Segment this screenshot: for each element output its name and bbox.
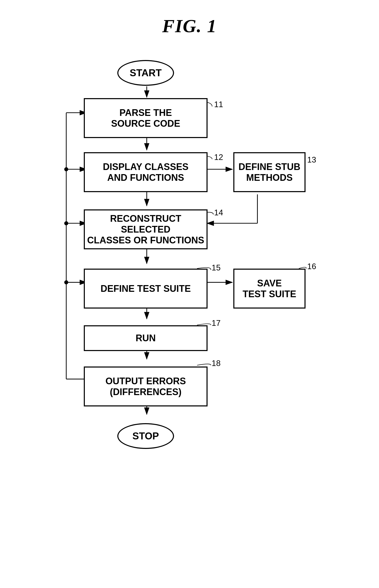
svg-text:16: 16 — [307, 262, 316, 271]
node-13: DEFINE STUB METHODS — [233, 152, 306, 192]
svg-text:17: 17 — [212, 319, 221, 328]
svg-point-16 — [64, 221, 68, 225]
node-14: RECONSTRUCT SELECTED CLASSES OR FUNCTION… — [84, 209, 208, 249]
svg-point-15 — [64, 167, 68, 171]
node-12: DISPLAY CLASSES AND FUNCTIONS — [84, 152, 208, 192]
svg-point-17 — [64, 280, 68, 284]
flowchart: 11 12 13 14 15 16 17 18 START PARSE THE … — [48, 57, 331, 573]
start-node: START — [117, 60, 174, 86]
node-11: PARSE THE SOURCE CODE — [84, 98, 208, 138]
figure-title: FIG. 1 — [162, 15, 217, 37]
node-16: SAVE TEST SUITE — [233, 269, 306, 309]
svg-text:15: 15 — [212, 263, 221, 272]
svg-text:18: 18 — [212, 359, 221, 368]
node-15: DEFINE TEST SUITE — [84, 269, 208, 309]
stop-node: STOP — [117, 423, 174, 449]
svg-text:14: 14 — [214, 208, 223, 217]
node-17: RUN — [84, 325, 208, 351]
svg-text:11: 11 — [214, 100, 223, 109]
node-18: OUTPUT ERRORS (DIFFERENCES) — [84, 367, 208, 406]
svg-text:12: 12 — [214, 153, 223, 162]
svg-text:13: 13 — [307, 155, 316, 164]
page: FIG. 1 — [0, 0, 379, 588]
